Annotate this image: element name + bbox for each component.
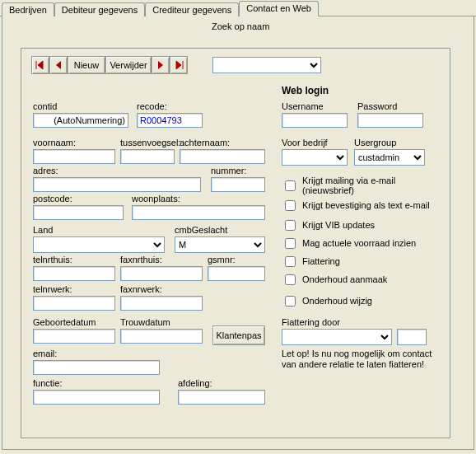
achternaam-field[interactable] xyxy=(180,149,265,164)
last-icon xyxy=(174,61,184,69)
chk-mailing[interactable]: Krijgt mailing via e-mail (nieuwsbrief) xyxy=(282,177,450,194)
chk-fiattering-label: Fiattering xyxy=(302,256,340,266)
faxnrwerk-label: faxnrwerk: xyxy=(120,284,162,294)
voornaam-field[interactable] xyxy=(33,149,115,164)
nummer-label: nummer: xyxy=(211,166,246,176)
verwijder-button[interactable]: Verwijder xyxy=(105,56,152,74)
fiattering-note: Let op! Is nu nog mogelijk om contact va… xyxy=(282,349,435,370)
cmbgeslacht-label: cmbGeslacht xyxy=(175,225,227,235)
nieuw-button[interactable]: Nieuw xyxy=(68,56,105,74)
zoek-op-naam-label: Zoek op naam xyxy=(212,21,269,31)
tussenvoegsel-field[interactable] xyxy=(120,149,175,164)
chk-vib-box[interactable] xyxy=(285,220,296,231)
klantenpas-button[interactable]: Klantenpas xyxy=(212,325,265,345)
gsmnr-label: gsmnr: xyxy=(208,255,236,264)
fiattering-door-extra-field[interactable] xyxy=(397,329,427,345)
geboortedatum-field[interactable] xyxy=(33,329,115,344)
password-label: Password xyxy=(357,101,397,111)
achternaam-label: achternaam: xyxy=(180,138,230,147)
username-field[interactable] xyxy=(282,113,348,128)
functie-field[interactable] xyxy=(33,390,160,405)
afdeling-field[interactable] xyxy=(178,390,265,405)
voor-bedrijf-label: Voor bedrijf xyxy=(282,138,328,147)
trouwdatum-label: Trouwdatum xyxy=(120,317,170,327)
first-icon xyxy=(35,61,45,69)
chk-voorraad[interactable]: Mag actuele voorraad inzien xyxy=(282,235,416,251)
telnrthuis-field[interactable] xyxy=(33,266,115,281)
chk-mailing-label: Krijgt mailing via e-mail (nieuwsbrief) xyxy=(302,176,450,195)
chk-bevestiging-label: Krijgt bevestiging als text e-mail xyxy=(302,200,430,210)
nav-prev-button[interactable] xyxy=(49,56,68,74)
tab-contact-en-web[interactable]: Contact en Web xyxy=(239,1,319,16)
faxnrthuis-field[interactable] xyxy=(120,266,203,281)
woonplaats-field[interactable] xyxy=(132,205,265,220)
contid-field[interactable] xyxy=(33,113,128,128)
geboortedatum-label: Geboortedatum xyxy=(33,317,96,327)
chk-bevestiging[interactable]: Krijgt bevestiging als text e-mail xyxy=(282,197,430,213)
nav-first-button[interactable] xyxy=(31,56,49,74)
record-nav: Nieuw Verwijder xyxy=(31,56,188,74)
woonplaats-label: woonplaats: xyxy=(132,194,180,204)
recode-field[interactable] xyxy=(137,113,203,128)
tab-bar: Bedrijven Debiteur gegevens Crediteur ge… xyxy=(0,0,476,16)
usergroup-label: Usergroup xyxy=(354,138,396,147)
tussenvoegsel-label: tussenvoegsel: xyxy=(120,138,180,147)
chk-onderhoud-wijzig-box[interactable] xyxy=(285,296,296,307)
chk-vib-label: Krijgt VIB updates xyxy=(302,220,375,230)
trouwdatum-field[interactable] xyxy=(120,329,203,344)
tab-bedrijven[interactable]: Bedrijven xyxy=(2,2,54,16)
chk-onderhoud-wijzig[interactable]: Onderhoud wijzig xyxy=(282,293,372,309)
tab-debiteur-gegevens[interactable]: Debiteur gegevens xyxy=(54,2,145,16)
fiattering-door-select[interactable] xyxy=(282,329,392,345)
afdeling-label: afdeling: xyxy=(178,378,212,388)
faxnrthuis-label: faxnrthuis: xyxy=(120,255,162,264)
chk-fiattering[interactable]: Fiattering xyxy=(282,253,340,269)
chk-fiattering-box[interactable] xyxy=(285,256,296,267)
faxnrwerk-field[interactable] xyxy=(120,296,203,311)
zoek-op-naam-select[interactable] xyxy=(212,57,321,73)
nav-next-button[interactable] xyxy=(152,56,170,74)
telnrthuis-label: telnrthuis: xyxy=(33,255,72,264)
adres-field[interactable] xyxy=(33,177,201,192)
next-icon xyxy=(156,61,165,69)
tab-crediteur-gegevens[interactable]: Crediteur gegevens xyxy=(145,2,239,16)
chk-mailing-box[interactable] xyxy=(285,180,296,191)
web-login-title: Web login xyxy=(282,85,329,96)
chk-onderhoud-wijzig-label: Onderhoud wijzig xyxy=(302,296,372,306)
telnrwerk-label: telnrwerk: xyxy=(33,284,72,294)
username-label: Username xyxy=(282,101,324,111)
land-select[interactable] xyxy=(33,236,165,253)
postcode-label: postcode: xyxy=(33,194,72,204)
adres-label: adres: xyxy=(33,166,58,176)
chk-onderhoud-aanmaak[interactable]: Onderhoud aanmaak xyxy=(282,271,387,288)
email-field[interactable] xyxy=(33,360,160,375)
recode-label: recode: xyxy=(137,101,167,111)
postcode-field[interactable] xyxy=(33,205,124,220)
functie-label: functie: xyxy=(33,378,62,388)
email-label: email: xyxy=(33,349,57,358)
form-container: Nieuw Verwijder contid recode: voornaam:… xyxy=(21,48,450,438)
land-label: Land xyxy=(33,225,53,235)
cmbgeslacht-select[interactable]: M xyxy=(175,236,265,253)
chk-vib[interactable]: Krijgt VIB updates xyxy=(282,217,375,233)
password-field[interactable] xyxy=(357,113,423,128)
nav-last-button[interactable] xyxy=(170,56,188,74)
contid-label: contid xyxy=(33,101,57,111)
chk-voorraad-label: Mag actuele voorraad inzien xyxy=(302,238,416,248)
gsmnr-field[interactable] xyxy=(208,266,265,281)
fiattering-door-label: Fiattering door xyxy=(282,317,340,327)
voornaam-label: voornaam: xyxy=(33,138,76,147)
chk-bevestiging-box[interactable] xyxy=(285,200,296,211)
tab-panel: Zoek op naam Nieuw Verwijder contid xyxy=(2,16,474,450)
prev-icon xyxy=(54,61,63,69)
chk-voorraad-box[interactable] xyxy=(285,238,296,249)
voor-bedrijf-select[interactable] xyxy=(282,149,348,166)
telnrwerk-field[interactable] xyxy=(33,296,115,311)
chk-onderhoud-aanmaak-box[interactable] xyxy=(285,274,296,285)
nummer-field[interactable] xyxy=(211,177,265,192)
chk-onderhoud-aanmaak-label: Onderhoud aanmaak xyxy=(302,274,387,284)
usergroup-select[interactable]: custadmin xyxy=(354,149,425,166)
